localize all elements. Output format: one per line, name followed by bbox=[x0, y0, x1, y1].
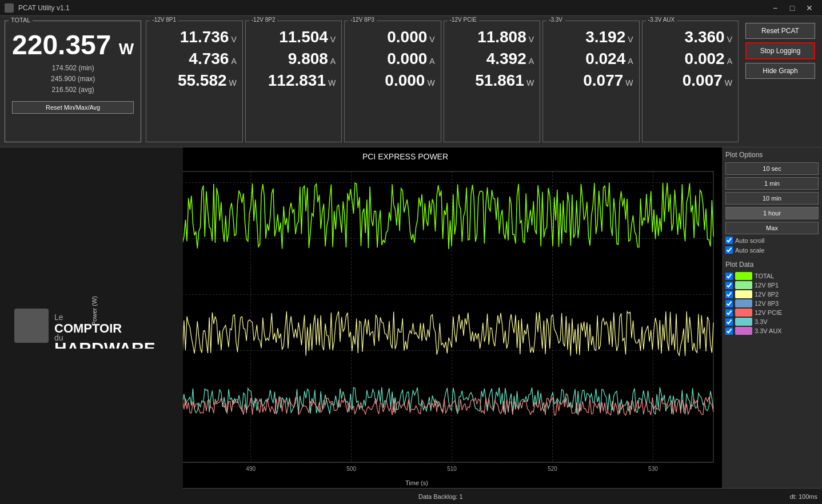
window-controls: − □ ✕ bbox=[767, 0, 817, 16]
legend-checkbox-1[interactable] bbox=[725, 282, 733, 289]
sensor-voltage-row-1: 11.504 V bbox=[252, 28, 336, 46]
plot-1min-button[interactable]: 1 min bbox=[725, 177, 819, 190]
legend-name-5: 3.3V bbox=[755, 318, 768, 325]
hide-graph-button[interactable]: Hide Graph bbox=[745, 63, 815, 79]
plot-max-button[interactable]: Max bbox=[725, 222, 819, 234]
plot-data-label: Plot Data bbox=[725, 261, 819, 269]
minimize-button[interactable]: − bbox=[767, 0, 783, 16]
sensor-ampere-row-4: 0.024 A bbox=[549, 50, 633, 68]
close-button[interactable]: ✕ bbox=[801, 0, 817, 16]
sensor-a-unit-2: A bbox=[429, 57, 434, 66]
legend-color-2 bbox=[735, 290, 752, 298]
legend-checkbox-5[interactable] bbox=[725, 318, 733, 326]
sensor-ampere-row-3: 4.392 A bbox=[450, 50, 534, 68]
svg-text:500: 500 bbox=[346, 466, 356, 472]
sensor-label-5: -3.3V AUX bbox=[646, 17, 677, 23]
app-icon bbox=[5, 3, 14, 13]
svg-text:510: 510 bbox=[447, 466, 457, 472]
legend-checkbox-2[interactable] bbox=[725, 291, 733, 298]
legend-color-6 bbox=[735, 327, 752, 335]
maximize-button[interactable]: □ bbox=[784, 0, 800, 16]
sensor-voltage-4: 3.192 bbox=[585, 28, 625, 46]
legend-name-0: TOTAL bbox=[755, 273, 774, 279]
total-avg: 216.502 (avg) bbox=[12, 85, 134, 95]
sensor-voltage-row-4: 3.192 V bbox=[549, 28, 633, 46]
plot-options-label: Plot Options bbox=[725, 151, 819, 159]
legend-color-3 bbox=[735, 299, 752, 307]
svg-text:HARDWARE: HARDWARE bbox=[54, 339, 155, 349]
svg-text:COMPTOIR: COMPTOIR bbox=[54, 321, 122, 335]
svg-text:Le: Le bbox=[54, 313, 63, 322]
legend-name-3: 12V 8P3 bbox=[755, 300, 779, 307]
sensor-watt-0: 55.582 bbox=[178, 71, 227, 90]
sensor-w-unit-2: W bbox=[427, 78, 434, 87]
svg-text:Time (s): Time (s) bbox=[405, 479, 428, 486]
sensor-watt-row-5: 0.007 W bbox=[648, 71, 732, 90]
status-right: dt: 100ms bbox=[790, 493, 817, 500]
auto-scroll-checkbox[interactable] bbox=[725, 237, 733, 244]
chart-svg: 050100150200250480490500510520530Time (s… bbox=[89, 166, 722, 488]
sensor-voltage-1: 11.504 bbox=[279, 28, 328, 46]
sensor-watt-row-2: 0.000 W bbox=[350, 71, 434, 90]
reset-pcat-button[interactable]: Reset PCAT bbox=[745, 23, 815, 39]
graph-area: Le COMPTOIR du HARDWARE Power (W) PCI EX… bbox=[0, 147, 822, 504]
legend-checkbox-3[interactable] bbox=[725, 300, 733, 307]
sensor-a-unit-3: A bbox=[529, 57, 534, 66]
sensor-w-unit-4: W bbox=[625, 78, 633, 87]
total-unit: W bbox=[119, 40, 134, 58]
reset-minmax-button[interactable]: Reset Min/Max/Avg bbox=[12, 101, 134, 114]
sensor-voltage-row-3: 11.808 V bbox=[450, 28, 534, 46]
svg-text:530: 530 bbox=[648, 466, 658, 472]
legend-checkbox-6[interactable] bbox=[725, 327, 733, 335]
sensor-watt-row-0: 55.582 W bbox=[152, 71, 236, 90]
sensor-ampere-row-0: 4.736 A bbox=[152, 50, 236, 68]
auto-scale-label: Auto scale bbox=[735, 247, 764, 254]
sensor-watt-4: 0.077 bbox=[583, 71, 623, 90]
legend-name-6: 3.3V AUX bbox=[755, 327, 782, 334]
sensor-a-unit-5: A bbox=[727, 57, 732, 66]
legend-checkbox-4[interactable] bbox=[725, 309, 733, 317]
sensor-box-5: -3.3V AUX 3.360 V 0.002 A 0.007 W bbox=[642, 21, 739, 142]
legend-item-4: 12V PCIE bbox=[725, 309, 819, 317]
right-sidebar: Plot Options 10 sec 1 min 10 min 1 hour … bbox=[722, 147, 822, 488]
sensor-ampere-row-2: 0.000 A bbox=[350, 50, 434, 68]
auto-scale-row: Auto scale bbox=[725, 246, 819, 254]
auto-scroll-row: Auto scroll bbox=[725, 237, 819, 244]
legend-color-1 bbox=[735, 281, 752, 289]
total-watts: 220.357 W bbox=[12, 30, 134, 61]
sensor-watt-2: 0.000 bbox=[385, 71, 425, 90]
sensor-voltage-row-0: 11.736 V bbox=[152, 28, 236, 46]
main-content: TOTAL 220.357 W 174.502 (min) 245.900 (m… bbox=[0, 16, 822, 504]
plot-10sec-button[interactable]: 10 sec bbox=[725, 162, 819, 175]
sensor-v-unit-2: V bbox=[429, 35, 434, 44]
sensor-watt-row-1: 112.831 W bbox=[252, 71, 336, 90]
legend-item-6: 3.3V AUX bbox=[725, 327, 819, 335]
sensor-ampere-2: 0.000 bbox=[387, 50, 427, 68]
sensor-ampere-1: 9.808 bbox=[288, 50, 328, 68]
stop-logging-button[interactable]: Stop Logging bbox=[745, 42, 815, 59]
sensor-voltage-5: 3.360 bbox=[685, 28, 725, 46]
legend-name-1: 12V 8P1 bbox=[755, 282, 779, 289]
sensor-box-4: -3.3V 3.192 V 0.024 A 0.077 W bbox=[542, 21, 639, 142]
chart-container: PCI EXPRESS POWER 0501001502002504804905… bbox=[89, 147, 722, 488]
svg-rect-0 bbox=[14, 309, 49, 343]
sensor-label-0: -12V 8P1 bbox=[150, 17, 178, 23]
sensor-label-4: -3.3V bbox=[546, 17, 565, 23]
legend-color-0 bbox=[735, 272, 752, 280]
sensor-box-1: -12V 8P2 11.504 V 9.808 A 112.831 W bbox=[245, 21, 342, 142]
sensor-voltage-0: 11.736 bbox=[180, 28, 229, 46]
plot-10min-button[interactable]: 10 min bbox=[725, 192, 819, 205]
legend-container: TOTAL 12V 8P1 12V 8P2 12V 8P3 12V PCIE 3… bbox=[725, 271, 819, 335]
legend-checkbox-0[interactable] bbox=[725, 273, 733, 280]
sensor-ampere-row-1: 9.808 A bbox=[252, 50, 336, 68]
sensor-label-2: -12V 8P3 bbox=[348, 17, 377, 23]
legend-item-2: 12V 8P2 bbox=[725, 290, 819, 298]
total-stats: 174.502 (min) 245.900 (max) 216.502 (avg… bbox=[12, 63, 134, 96]
titlebar: PCAT Utility v1.1 − □ ✕ bbox=[0, 0, 822, 16]
sensor-ampere-4: 0.024 bbox=[585, 50, 625, 68]
sensor-boxes: -12V 8P1 11.736 V 4.736 A 55.582 W -12V … bbox=[146, 21, 739, 142]
plot-1hour-button[interactable]: 1 hour bbox=[725, 207, 819, 219]
total-max: 245.900 (max) bbox=[12, 74, 134, 85]
auto-scroll-label: Auto scroll bbox=[735, 237, 764, 244]
auto-scale-checkbox[interactable] bbox=[725, 246, 733, 254]
